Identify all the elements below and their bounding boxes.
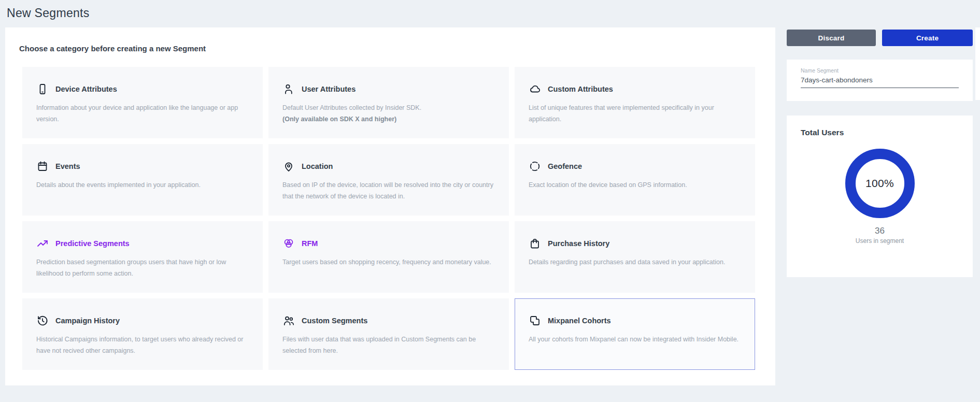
category-card-mixpanel-cohorts[interactable]: Mixpanel Cohorts All your cohorts from M… [515,298,755,370]
card-description: Information about your device and applic… [36,103,249,125]
shopping-bag-icon [529,237,541,250]
create-button[interactable]: Create [882,30,973,46]
device-icon [36,83,49,95]
card-description: Target users based on shopping recency, … [282,257,495,268]
card-title: Geofence [548,162,582,170]
users-icon [282,314,295,327]
geofence-icon [529,160,541,173]
total-users-donut-chart: 100% [845,149,915,218]
card-title: Events [55,162,80,170]
total-users-title: Total Users [801,128,959,137]
history-clock-icon [36,314,49,327]
category-card-purchase-history[interactable]: Purchase History Details regarding past … [515,221,755,293]
user-icon [282,83,295,95]
card-description: All your cohorts from Mixpanel can now b… [529,334,741,346]
card-description: Details about the events implemented in … [36,180,249,191]
card-title: Purchase History [548,239,609,248]
card-description: Exact location of the device based on GP… [529,180,741,191]
card-title: Mixpanel Cohorts [548,317,611,325]
users-count-caption: Users in segment [801,237,959,245]
card-head: Mixpanel Cohorts [529,314,741,327]
category-card-user-attributes[interactable]: User Attributes Default User Attributes … [268,67,509,138]
category-panel: Choose a category before creating a new … [5,27,775,385]
card-title: Campaign History [55,317,120,325]
card-description-note: (Only available on SDK X and higher) [282,114,495,124]
category-grid: Device Attributes Information about your… [22,67,775,370]
card-description: List of unique features that were implem… [529,103,741,125]
category-card-location[interactable]: Location Based on IP of the device, loca… [268,144,509,216]
card-description: Historical Campaigns information, to tar… [36,334,249,357]
card-description: Prediction based segmentation groups use… [36,257,249,280]
page-title: New Segments [7,6,90,20]
card-title: Predictive Segments [55,239,130,248]
venn-icon [282,237,295,250]
name-segment-label: Name Segment [801,67,959,74]
card-description: Default User Attributes collected by Ins… [282,103,495,114]
name-segment-input[interactable] [801,76,959,88]
map-pin-icon [282,160,295,173]
card-description: Details regarding past purchases and dat… [529,257,741,268]
card-description: Files with user data that was uploaded i… [282,334,495,357]
category-card-predictive-segments[interactable]: Predictive Segments Prediction based seg… [22,221,263,293]
card-description: Based on IP of the device, location will… [282,180,495,203]
card-head: Geofence [529,160,741,173]
card-title: User Attributes [302,85,356,93]
cloud-icon [529,83,541,95]
card-head: Custom Attributes [529,83,741,95]
trend-up-icon [36,237,49,250]
name-segment-card: Name Segment [787,60,973,101]
donut-percent-label: 100% [865,177,894,190]
card-head: Location [282,160,495,173]
category-card-custom-attributes[interactable]: Custom Attributes List of unique feature… [515,67,755,138]
total-users-card: Total Users 100% 36 Users in segment [787,116,973,277]
scrollbar-thumb[interactable] [975,27,980,100]
category-card-custom-segments[interactable]: Custom Segments Files with user data tha… [268,298,509,370]
card-title: RFM [302,239,318,248]
category-card-device-attributes[interactable]: Device Attributes Information about your… [22,67,263,138]
card-title: Location [302,162,333,170]
card-head: Predictive Segments [36,237,249,250]
calendar-icon [36,160,49,173]
category-card-campaign-history[interactable]: Campaign History Historical Campaigns in… [22,298,263,370]
category-card-events[interactable]: Events Details about the events implemen… [22,144,263,216]
users-count: 36 [801,226,959,236]
card-title: Custom Segments [302,317,367,325]
card-head: RFM [282,237,495,250]
card-title: Device Attributes [55,85,117,93]
card-head: Events [36,160,249,173]
card-head: Device Attributes [36,83,249,95]
category-card-geofence[interactable]: Geofence Exact location of the device ba… [515,144,755,216]
category-card-rfm[interactable]: RFM Target users based on shopping recen… [268,221,509,293]
card-head: Custom Segments [282,314,495,327]
card-title: Custom Attributes [548,85,613,93]
card-head: User Attributes [282,83,495,95]
integration-icon [529,314,541,327]
card-head: Campaign History [36,314,249,327]
panel-heading: Choose a category before creating a new … [19,44,775,53]
discard-button[interactable]: Discard [787,30,876,46]
card-head: Purchase History [529,237,741,250]
